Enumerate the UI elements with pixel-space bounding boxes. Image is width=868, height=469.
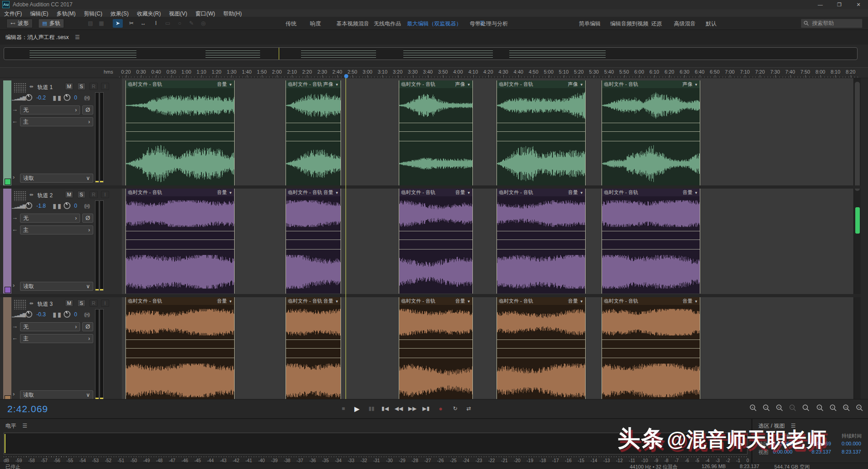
- expand-icon[interactable]: ›: [13, 282, 15, 289]
- zoom-to-selection-button[interactable]: ‹›: [840, 404, 852, 414]
- clip-header[interactable]: 临时文件 - 音轨音量▼: [126, 297, 234, 305]
- clip-param-selector[interactable]: 声像▼: [568, 81, 583, 88]
- clip-header[interactable]: 临时文件 - 音轨音量▼: [126, 80, 234, 88]
- clip-param-selector[interactable]: 音量▼: [217, 298, 232, 304]
- audio-clip[interactable]: 临时文件 - 音轨声像▼: [286, 80, 341, 185]
- zoom-in-amplitude-button[interactable]: +: [853, 404, 865, 414]
- clip-header[interactable]: 临时文件 - 音轨音量▼: [286, 297, 341, 305]
- audio-clip[interactable]: 临时文件 - 音轨声像▼: [399, 80, 473, 185]
- solo-button[interactable]: S: [77, 299, 85, 307]
- automation-mode-selector[interactable]: 读取∨: [20, 390, 93, 399]
- time-selection-tool[interactable]: I: [151, 19, 161, 28]
- zoom-to-out-point-button[interactable]: ›: [827, 404, 839, 414]
- clip-header[interactable]: 临时文件 - 音轨音量▼: [399, 297, 472, 305]
- workspace-tab[interactable]: 还原: [651, 20, 662, 28]
- volume-knob[interactable]: [25, 94, 32, 101]
- minimize-button[interactable]: —: [811, 0, 830, 9]
- clip-param-selector[interactable]: 音量▼: [568, 298, 583, 304]
- fast-forward-button[interactable]: ▶▶: [406, 404, 418, 414]
- solo-button[interactable]: S: [77, 191, 85, 198]
- scrollbar-thumb[interactable]: [855, 82, 860, 191]
- fx-bypass-button[interactable]: Ø: [82, 105, 93, 115]
- expand-icon[interactable]: ›: [13, 174, 15, 180]
- clip-param-selector[interactable]: 声像▼: [682, 81, 698, 88]
- send-selector[interactable]: 主›: [20, 225, 93, 234]
- multitrack-view-button[interactable]: ▤多轨: [38, 19, 64, 28]
- monitor-icon[interactable]: ((•)): [84, 312, 90, 317]
- panel-menu-icon[interactable]: ☰: [75, 34, 80, 40]
- workspace-tab[interactable]: 默认: [706, 20, 717, 28]
- clip-header[interactable]: 临时文件 - 音轨音量▼: [126, 189, 234, 196]
- volume-knob[interactable]: [25, 311, 32, 318]
- audio-clip[interactable]: 临时文件 - 音轨音量▼: [399, 189, 473, 294]
- insert-selector[interactable]: 无›: [20, 105, 80, 115]
- volume-value[interactable]: -1.8: [36, 203, 46, 209]
- workspace-tab[interactable]: 响度: [310, 20, 321, 28]
- clip-param-selector[interactable]: 音量▼: [455, 189, 471, 196]
- vertical-scrollbar[interactable]: [853, 78, 861, 399]
- zoom-to-in-point-button[interactable]: ‹: [813, 404, 826, 414]
- razor-tool[interactable]: ✂: [126, 19, 136, 28]
- pan-value[interactable]: 0: [74, 311, 77, 318]
- pan-knob[interactable]: [64, 311, 70, 318]
- clip-header[interactable]: 临时文件 - 音轨音量▼: [497, 297, 585, 305]
- audio-clip[interactable]: 临时文件 - 音轨音量▼: [497, 189, 586, 294]
- playhead-marker[interactable]: [344, 74, 348, 78]
- monitor-icon[interactable]: ((•)): [84, 204, 90, 209]
- timeline-ruler[interactable]: hms 0:200:300:400:501:001:101:201:301:40…: [0, 67, 868, 78]
- clip-header[interactable]: 临时文件 - 音轨声像▼: [399, 80, 472, 88]
- audio-clip[interactable]: 临时文件 - 音轨音量▼: [286, 297, 341, 399]
- clip-header[interactable]: 临时文件 - 音轨声像▼: [286, 80, 341, 88]
- automation-mode-selector[interactable]: 读取∨: [20, 282, 93, 291]
- clip-header[interactable]: 临时文件 - 音轨声像▼: [602, 80, 700, 88]
- workspace-tab[interactable]: 无线电作品: [374, 20, 401, 28]
- send-selector[interactable]: 主›: [20, 117, 93, 126]
- volume-value[interactable]: -0.2: [36, 95, 46, 101]
- clip-param-selector[interactable]: 音量▼: [217, 189, 232, 196]
- zoom-in-time-button[interactable]: +: [747, 404, 759, 414]
- track-color-chip[interactable]: [5, 179, 11, 185]
- clip-param-selector[interactable]: 音量▼: [455, 298, 471, 304]
- clip-area[interactable]: 临时文件 - 音轨音量▼临时文件 - 音轨声像▼临时文件 - 音轨声像▼临时文件…: [122, 78, 853, 399]
- panel-menu-icon[interactable]: ☰: [22, 423, 27, 429]
- clip-header[interactable]: 临时文件 - 音轨音量▼: [399, 189, 472, 196]
- clip-param-selector[interactable]: 声像▼: [323, 81, 339, 88]
- insert-selector[interactable]: 无›: [20, 214, 80, 223]
- audio-clip[interactable]: 临时文件 - 音轨音量▼: [602, 297, 700, 399]
- track-grip-handle[interactable]: [14, 83, 26, 93]
- zoom-out-time-button[interactable]: −: [760, 404, 772, 414]
- monitor-input-button[interactable]: I: [101, 191, 109, 198]
- audio-clip[interactable]: 临时文件 - 音轨音量▼: [125, 189, 235, 294]
- audio-clip[interactable]: 临时文件 - 音轨音量▼: [125, 297, 235, 399]
- fx-bypass-button[interactable]: Ø: [82, 214, 93, 223]
- fx-bypass-button[interactable]: Ø: [82, 322, 93, 331]
- zoom-in-selection-button[interactable]: +: [773, 404, 785, 414]
- clip-param-selector[interactable]: 声像▼: [455, 81, 471, 88]
- mute-button[interactable]: M: [65, 191, 73, 198]
- playhead-line[interactable]: [346, 78, 346, 399]
- workspace-tab[interactable]: 编辑音频到视频: [610, 20, 648, 28]
- track-name[interactable]: 轨道 3: [37, 300, 53, 308]
- volume-value[interactable]: -0.3: [36, 311, 46, 318]
- overview-navigator[interactable]: [4, 47, 858, 60]
- audio-clip[interactable]: 临时文件 - 音轨音量▼: [286, 189, 341, 294]
- arm-record-button[interactable]: R: [90, 191, 98, 198]
- workspace-tab[interactable]: 高级混音: [674, 20, 696, 28]
- editor-tab[interactable]: 编辑器：消人声工程 .sesx ☰: [5, 34, 80, 41]
- clip-param-selector[interactable]: 音量▼: [682, 298, 698, 304]
- record-button[interactable]: ●: [435, 404, 447, 414]
- clip-param-selector[interactable]: 音量▼: [217, 81, 232, 88]
- search-help-input[interactable]: 搜索帮助: [801, 19, 863, 28]
- workspace-tab[interactable]: 基本视频混音: [336, 20, 369, 28]
- arm-record-button[interactable]: R: [90, 83, 98, 90]
- zoom-reset-button[interactable]: ·: [799, 404, 812, 414]
- mute-button[interactable]: M: [65, 299, 73, 307]
- audio-clip[interactable]: 临时文件 - 音轨声像▼: [497, 80, 586, 185]
- monitor-icon[interactable]: ((•)): [84, 95, 90, 100]
- workspace-tab[interactable]: 简单编辑: [579, 20, 601, 28]
- send-selector[interactable]: 主›: [20, 334, 93, 343]
- close-button[interactable]: ✕: [849, 0, 868, 9]
- monitor-input-button[interactable]: I: [101, 299, 109, 307]
- track-name[interactable]: 轨道 2: [37, 192, 53, 200]
- workspace-tab[interactable]: 传统: [286, 20, 296, 28]
